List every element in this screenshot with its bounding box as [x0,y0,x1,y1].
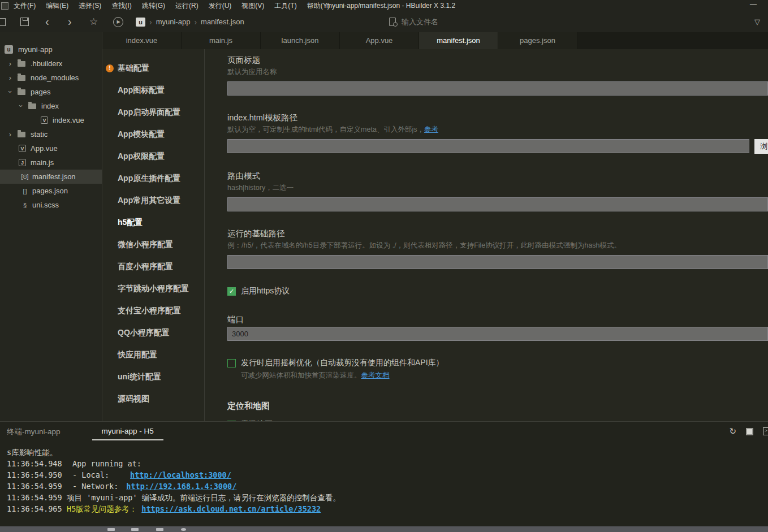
filter-icon[interactable]: ▽ [754,11,760,32]
nav-app-modules-config[interactable]: App模块配置 [102,123,204,145]
taskbar-icon[interactable] [156,528,163,531]
tree-item-pages[interactable]: › pages [0,85,102,99]
reference-link[interactable]: 参考 [424,126,438,133]
nav-label: App权限配置 [118,152,165,162]
nav-app-common-settings[interactable]: App常用其它设置 [102,189,204,211]
menu-tools[interactable]: 工具(T) [269,1,301,11]
tree-item-index-vue[interactable]: V index.vue [0,113,102,127]
treeshake-label: 发行时启用摇树优化（自动裁剪没有使用的组件和API库） [241,358,444,368]
forward-icon[interactable]: › [68,11,72,32]
treeshake-checkbox[interactable] [227,359,236,367]
menu-select[interactable]: 选择(S) [74,1,106,11]
run-icon[interactable]: ▶ [113,11,123,32]
tree-item-project-root[interactable]: u myuni-app [0,42,102,57]
local-url-link[interactable]: http://localhost:3000/ [130,470,231,479]
tab-index-vue[interactable]: index.vue [102,32,182,49]
tree-item-index-folder[interactable]: › index [0,99,102,113]
nav-quickapp-config[interactable]: 快应用配置 [102,344,204,366]
nav-label: 微信小程序配置 [118,240,173,250]
timestamp: 11:36:54.948 [7,458,63,469]
template-path-label: index.html模板路径 [227,113,768,123]
hint-text: 可减少网站体积和加快首页渲染速度。 [241,371,361,379]
tab-manifest-json[interactable]: manifest.json [419,32,498,49]
tree-label: node_modules [31,73,79,82]
file-search [389,11,706,32]
port-input[interactable] [227,327,768,341]
breadcrumb-project[interactable]: myuni-app [156,18,191,26]
save-icon[interactable] [20,11,29,32]
menu-run[interactable]: 运行(R) [170,1,204,11]
menu-file[interactable]: 文件(F) [8,1,41,11]
tree-label: pages.json [32,187,68,195]
nav-label: QQ小程序配置 [118,328,170,338]
taskbar-icon[interactable] [131,528,139,531]
faq-url-link[interactable]: https://ask.dcloud.net.cn/article/35232 [141,504,321,513]
tab-main-js[interactable]: main.js [182,32,261,49]
bookmark-star-icon[interactable]: ☆ [89,11,98,32]
tab-pages-json[interactable]: pages.json [498,32,577,49]
tab-app-vue[interactable]: App.vue [340,32,419,49]
tree-item-pages-json[interactable]: [ ] pages.json [0,184,102,198]
tree-item-app-vue[interactable]: V App.vue [0,141,102,155]
page-title-input[interactable] [227,81,768,96]
console-line: 11:36:54.959项目 'myuni-app' 编译成功。前端运行日志，请… [7,492,768,503]
menu-edit[interactable]: 编辑(E) [41,1,74,11]
menu-view[interactable]: 视图(V) [236,1,269,11]
tree-item-node-modules[interactable]: › node_modules [0,71,102,85]
nav-weixin-mp-config[interactable]: 微信小程序配置 [102,233,204,256]
nav-label: App图标配置 [118,85,165,96]
network-url-link[interactable]: http://192.168.1.4:3000/ [126,482,236,491]
tree-item-main-js[interactable]: J main.js [0,155,102,170]
nav-label: App启动界面配置 [118,107,180,118]
tab-terminal[interactable]: 终端-myuni-app [7,427,61,437]
restart-icon[interactable]: ↻ [729,426,736,436]
port-label: 端口 [227,314,768,325]
base-path-input[interactable] [227,255,768,269]
https-checkbox[interactable]: ✓ [227,287,236,296]
taskbar-icon[interactable] [181,528,186,531]
back-icon[interactable]: ‹ [45,11,49,32]
console-text: 项目 'myuni-app' 编译成功。前端运行日志，请另行在浏览器的控制台查看… [63,493,340,502]
nav-app-launch-screen-config[interactable]: App启动界面配置 [102,101,204,123]
play-icon: ▶ [113,17,123,27]
nav-app-icon-config[interactable]: App图标配置 [102,79,204,101]
panel-toggle-icon[interactable] [0,11,6,32]
tab-launch-json[interactable]: launch.json [261,32,340,49]
breadcrumb-file[interactable]: manifest.json [201,18,244,26]
stop-icon[interactable] [746,428,753,435]
tree-label: .hbuilderx [31,59,62,68]
manifest-editor: ! 基础配置 App图标配置 App启动界面配置 App模块配置 App权限配置… [102,49,768,421]
nav-bytedance-mp-config[interactable]: 字节跳动小程序配置 [102,278,204,300]
minimize-button[interactable]: — [750,0,757,8]
nav-baidu-mp-config[interactable]: 百度小程序配置 [102,256,204,278]
nav-source-view[interactable]: 源码视图 [102,388,204,410]
tab-h5-console[interactable]: myuni-app - H5 [92,427,163,440]
reference-doc-link[interactable]: 参考文档 [361,371,390,379]
nav-app-native-plugin-config[interactable]: App原生插件配置 [102,167,204,189]
tree-item-manifest-json[interactable]: [⊙] manifest.json [0,170,102,184]
terminal-icon[interactable]: > [763,427,768,435]
tree-label: index.vue [53,116,84,124]
tree-item-hbuilderx[interactable]: › .hbuilderx [0,57,102,71]
taskbar-icon[interactable] [107,528,115,531]
menu-publish[interactable]: 发行(U) [204,1,237,11]
nav-app-permissions-config[interactable]: App权限配置 [102,145,204,167]
console-text: App running at: [63,459,141,468]
router-mode-input[interactable] [227,197,768,211]
menu-goto[interactable]: 跳转(G) [137,1,170,11]
window-title: myuni-app/manifest.json - HBuilder X 3.1… [326,2,455,10]
console-text: - Local: [63,470,109,479]
nav-h5-config[interactable]: h5配置 [102,211,204,233]
menu-find[interactable]: 查找(I) [106,1,136,11]
template-path-input[interactable] [227,139,749,153]
search-input[interactable] [402,18,673,26]
nav-uni-statistics-config[interactable]: uni统计配置 [102,366,204,388]
nav-alipay-mp-config[interactable]: 支付宝小程序配置 [102,300,204,322]
tree-item-static[interactable]: › static [0,127,102,141]
browse-button[interactable]: 浏览 [754,139,768,154]
nav-qq-mp-config[interactable]: QQ小程序配置 [102,322,204,344]
nav-label: h5配置 [118,218,143,228]
nav-basic-config[interactable]: ! 基础配置 [102,57,204,79]
router-mode-hint: hash|history，二选一 [227,183,768,193]
tree-item-uni-scss[interactable]: § uni.scss [0,198,102,212]
